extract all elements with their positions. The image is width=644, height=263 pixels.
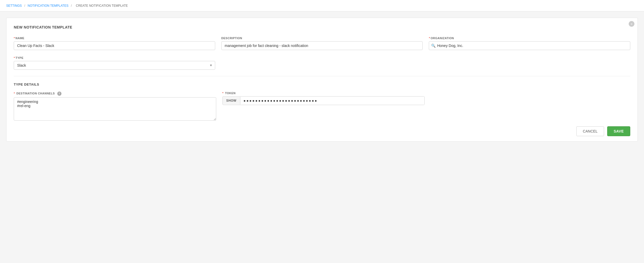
type-select[interactable]: Slack Email PagerDuty HipChat Webhook IR… [14, 61, 215, 70]
footer-buttons: CANCEL SAVE [576, 126, 630, 136]
breadcrumb: SETTINGS / NOTIFICATION TEMPLATES / CREA… [0, 0, 644, 11]
destination-channels-input[interactable]: #engineering #rel-eng [14, 97, 216, 121]
organization-label: *ORGANIZATION [429, 37, 630, 40]
type-select-wrapper: Slack Email PagerDuty HipChat Webhook IR… [14, 61, 215, 70]
save-button[interactable]: SAVE [607, 126, 630, 136]
close-button[interactable]: × [629, 21, 634, 27]
breadcrumb-current: CREATE NOTIFICATION TEMPLATE [76, 4, 128, 8]
breadcrumb-settings[interactable]: SETTINGS [6, 4, 22, 8]
type-group: *TYPE Slack Email PagerDuty HipChat Webh… [14, 56, 215, 70]
dest-required-star: * [14, 92, 15, 95]
name-group: *NAME [14, 37, 215, 50]
show-token-button[interactable]: SHOW [223, 97, 240, 105]
organization-input-wrapper: 🔍 [429, 41, 630, 50]
details-row: * DESTINATION CHANNELS ? #engineering #r… [14, 92, 630, 121]
breadcrumb-notification-templates[interactable]: NOTIFICATION TEMPLATES [28, 4, 68, 8]
type-required-star: * [14, 56, 15, 59]
description-label: DESCRIPTION [221, 37, 423, 40]
form-row-1: *NAME DESCRIPTION *ORGANIZATION 🔍 [14, 37, 630, 50]
destination-channels-group: * DESTINATION CHANNELS ? #engineering #r… [14, 92, 216, 121]
org-required-star: * [429, 37, 430, 40]
token-required-star: * [222, 92, 224, 95]
description-group: DESCRIPTION [221, 37, 423, 50]
organization-input[interactable] [437, 41, 628, 50]
section-divider [14, 76, 630, 76]
breadcrumb-sep1: / [24, 4, 25, 8]
help-icon[interactable]: ? [57, 92, 61, 96]
cancel-button[interactable]: CANCEL [576, 126, 604, 136]
organization-group: *ORGANIZATION 🔍 [429, 37, 630, 50]
search-icon: 🔍 [431, 44, 436, 48]
token-label: * TOKEN [222, 92, 425, 95]
token-wrapper: SHOW ●●●●●●●●●●●●●●●●●●●●●●●●● [222, 96, 425, 105]
token-dots: ●●●●●●●●●●●●●●●●●●●●●●●●● [240, 96, 424, 105]
page-content: NEW NOTIFICATION TEMPLATE × *NAME DESCRI… [0, 11, 644, 148]
name-input[interactable] [14, 41, 215, 50]
token-group: * TOKEN SHOW ●●●●●●●●●●●●●●●●●●●●●●●●● [222, 92, 425, 121]
destination-channels-label: * DESTINATION CHANNELS ? [14, 92, 216, 96]
form-row-2: *TYPE Slack Email PagerDuty HipChat Webh… [14, 56, 630, 70]
name-required-star: * [14, 37, 15, 40]
type-label: *TYPE [14, 56, 215, 59]
type-details-title: TYPE DETAILS [14, 82, 630, 86]
description-input[interactable] [221, 41, 423, 50]
name-label: *NAME [14, 37, 215, 40]
breadcrumb-sep2: / [71, 4, 72, 8]
form-card: NEW NOTIFICATION TEMPLATE × *NAME DESCRI… [6, 18, 638, 142]
card-title: NEW NOTIFICATION TEMPLATE [14, 25, 630, 29]
